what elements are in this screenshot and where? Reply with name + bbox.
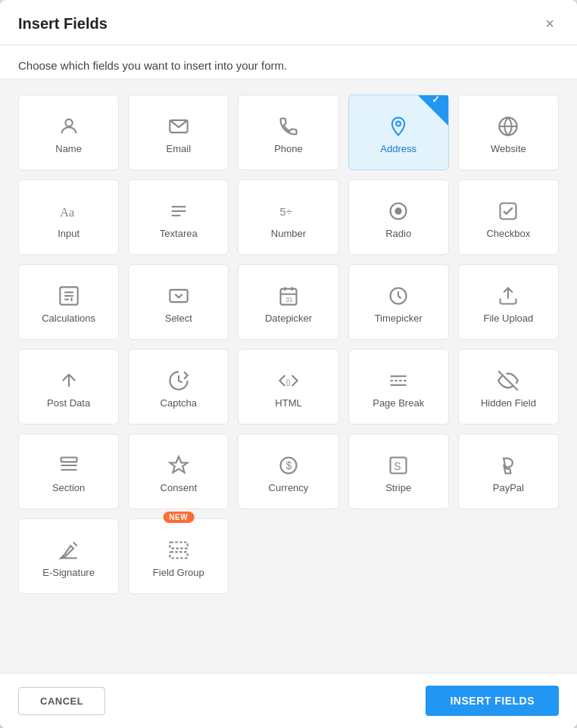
checkbox-icon: [497, 201, 519, 222]
field-card-captcha[interactable]: Captcha: [128, 349, 229, 425]
radio-icon: [388, 201, 409, 222]
field-card-file-upload[interactable]: File Upload: [458, 264, 559, 340]
svg-line-28: [69, 374, 75, 380]
field-card-website[interactable]: Website: [458, 95, 559, 170]
field-card-stripe[interactable]: SStripe: [348, 434, 449, 509]
modal-header: Insert Fields ×: [0, 0, 577, 45]
e-signature-icon: [58, 540, 80, 561]
section-icon: [58, 455, 80, 476]
select-icon: [168, 285, 189, 306]
radio-label: Radio: [385, 228, 411, 239]
consent-label: Consent: [161, 482, 197, 493]
file-upload-icon: [497, 285, 519, 306]
field-card-datepicker[interactable]: 31Datepicker: [238, 264, 338, 340]
field-card-e-signature[interactable]: E-Signature: [18, 518, 119, 594]
html-icon: {}: [278, 370, 299, 391]
paypal-label: PayPal: [493, 482, 524, 493]
cancel-button[interactable]: CANCEL: [18, 687, 105, 715]
field-card-post-data[interactable]: Post Data: [18, 349, 119, 425]
select-label: Select: [165, 313, 192, 324]
name-label: Name: [55, 143, 82, 154]
svg-text:$: $: [285, 459, 292, 471]
fields-grid: NameEmailPhoneAddressWebsiteAaInputTexta…: [18, 86, 559, 603]
file-upload-label: File Upload: [484, 313, 534, 324]
field-card-timepicker[interactable]: Timepicker: [348, 264, 449, 340]
insert-fields-modal: Insert Fields × Choose which fields you …: [0, 0, 577, 728]
svg-rect-34: [61, 457, 76, 462]
hidden-field-label: Hidden Field: [481, 397, 536, 409]
svg-rect-44: [170, 552, 187, 558]
post-data-label: Post Data: [47, 397, 90, 409]
svg-point-0: [65, 119, 72, 126]
close-button[interactable]: ×: [541, 14, 559, 34]
website-icon: [497, 116, 519, 137]
field-card-calculations[interactable]: Calculations: [18, 264, 119, 340]
page-break-label: Page Break: [373, 397, 424, 409]
captcha-label: Captcha: [161, 397, 197, 409]
insert-fields-button[interactable]: INSERT FIELDS: [426, 686, 559, 716]
field-card-consent[interactable]: Consent: [128, 434, 229, 509]
field-card-email[interactable]: Email: [128, 95, 229, 170]
field-card-phone[interactable]: Phone: [238, 95, 338, 170]
field-card-textarea[interactable]: Textarea: [128, 179, 229, 255]
field-card-currency[interactable]: $Currency: [238, 434, 338, 509]
field-card-html[interactable]: {}HTML: [238, 349, 338, 425]
currency-icon: $: [278, 455, 299, 476]
modal-body: NameEmailPhoneAddressWebsiteAaInputTexta…: [0, 78, 577, 673]
field-card-hidden-field[interactable]: Hidden Field: [458, 349, 559, 425]
new-badge: NEW: [163, 512, 194, 523]
website-label: Website: [491, 143, 526, 154]
name-icon: [58, 116, 80, 137]
datepicker-label: Datepicker: [265, 313, 312, 324]
modal-subtitle: Choose which fields you want to insert i…: [0, 45, 577, 78]
svg-text:Aa: Aa: [60, 205, 75, 219]
phone-icon: [278, 116, 299, 137]
svg-rect-18: [170, 289, 187, 301]
field-group-icon: [168, 540, 189, 561]
field-card-address[interactable]: Address: [348, 95, 449, 170]
field-card-name[interactable]: Name: [18, 95, 119, 170]
svg-text:{}: {}: [285, 378, 290, 385]
input-icon: Aa: [58, 201, 80, 222]
modal-title: Insert Fields: [18, 15, 108, 33]
stripe-label: Stripe: [385, 482, 411, 493]
address-icon: [388, 116, 409, 137]
address-label: Address: [380, 143, 416, 154]
field-card-field-group[interactable]: NEWField Group: [128, 518, 229, 594]
svg-line-41: [73, 542, 76, 546]
svg-text:S: S: [394, 459, 401, 471]
field-card-number[interactable]: 5÷Number: [238, 179, 338, 255]
post-data-icon: [58, 370, 80, 391]
field-card-page-break[interactable]: Page Break: [348, 349, 449, 425]
page-break-icon: [388, 370, 409, 391]
field-group-label: Field Group: [153, 567, 204, 578]
paypal-icon: [497, 455, 519, 476]
captcha-icon: [168, 370, 189, 391]
field-card-checkbox[interactable]: Checkbox: [458, 179, 559, 255]
selected-badge: [418, 95, 448, 126]
field-card-radio[interactable]: Radio: [348, 179, 449, 255]
field-card-select[interactable]: Select: [128, 264, 229, 340]
email-label: Email: [167, 143, 192, 154]
consent-icon: [168, 455, 189, 476]
textarea-icon: [168, 201, 189, 222]
e-signature-label: E-Signature: [42, 567, 95, 578]
timepicker-icon: [388, 285, 409, 306]
svg-text:31: 31: [285, 297, 293, 303]
field-card-input[interactable]: AaInput: [18, 179, 119, 255]
phone-label: Phone: [274, 143, 303, 154]
email-icon: [168, 116, 189, 137]
number-label: Number: [271, 228, 306, 239]
stripe-icon: S: [388, 455, 409, 476]
input-label: Input: [58, 228, 80, 239]
checkbox-label: Checkbox: [486, 228, 530, 239]
field-card-section[interactable]: Section: [18, 434, 119, 509]
textarea-label: Textarea: [160, 228, 198, 239]
section-label: Section: [52, 482, 85, 493]
html-label: HTML: [275, 397, 301, 409]
svg-text:5÷: 5÷: [279, 204, 292, 217]
field-card-paypal[interactable]: PayPal: [458, 434, 559, 509]
datepicker-icon: 31: [278, 285, 299, 306]
svg-line-27: [62, 374, 68, 380]
currency-label: Currency: [269, 482, 309, 493]
